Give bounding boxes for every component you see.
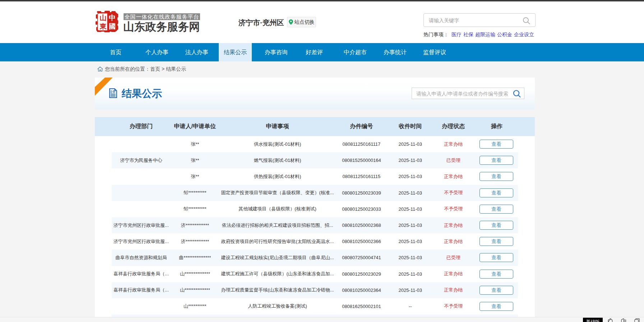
svg-text:山: 山 bbox=[100, 14, 107, 22]
svg-text:中: 中 bbox=[109, 14, 116, 22]
svg-text:東: 東 bbox=[99, 23, 107, 30]
svg-text:國: 國 bbox=[109, 23, 116, 30]
